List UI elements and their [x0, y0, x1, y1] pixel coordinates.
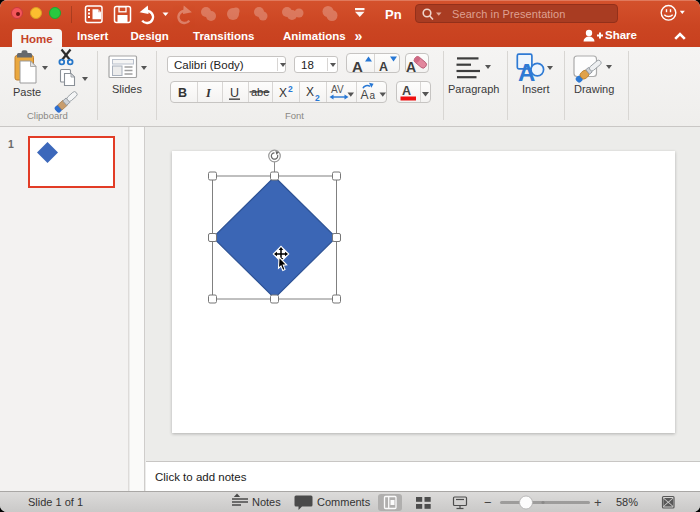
svg-text:AV: AV	[331, 84, 344, 95]
svg-text:A: A	[379, 60, 388, 74]
svg-text:A: A	[361, 88, 369, 102]
svg-text:B: B	[178, 86, 187, 100]
svg-text:2: 2	[288, 84, 293, 94]
svg-text:2: 2	[315, 93, 320, 103]
svg-text:I: I	[205, 86, 212, 100]
svg-text:A: A	[402, 84, 411, 98]
svg-text:X: X	[306, 85, 314, 99]
svg-text:U: U	[230, 86, 239, 100]
svg-text:a: a	[370, 90, 376, 101]
svg-text:X: X	[279, 86, 287, 100]
svg-text:A: A	[352, 58, 363, 75]
svg-text:A: A	[518, 59, 535, 86]
